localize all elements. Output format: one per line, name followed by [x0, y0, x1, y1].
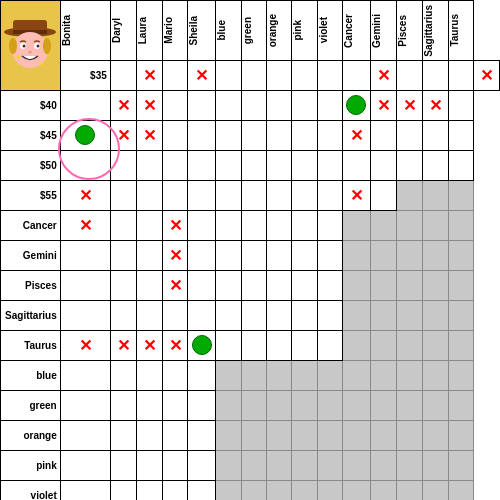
cell-gemini-laura[interactable] [136, 241, 162, 271]
cell-50-mario[interactable] [162, 151, 188, 181]
cell-45-sagittarius[interactable] [422, 121, 448, 151]
cell-gemini-blue[interactable] [216, 241, 241, 271]
cell-green-sheila[interactable] [188, 391, 216, 421]
cell-blue-laura[interactable] [136, 361, 162, 391]
cell-55-daryl[interactable] [110, 181, 136, 211]
cell-35-laura[interactable] [162, 61, 188, 91]
cell-55-sheila[interactable] [188, 181, 216, 211]
cell-pisces-laura[interactable] [136, 271, 162, 301]
cell-50-sagittarius[interactable] [422, 151, 448, 181]
cell-50-pink[interactable] [292, 151, 317, 181]
cell-40-sheila[interactable] [188, 91, 216, 121]
cell-violet-bonita[interactable] [60, 481, 110, 501]
cell-pink-bonita[interactable] [60, 451, 110, 481]
cell-green-laura[interactable] [136, 391, 162, 421]
cell-35-gemini[interactable] [396, 61, 422, 91]
cell-sag-mario[interactable] [162, 301, 188, 331]
cell-45-daryl[interactable]: ✕ [110, 121, 136, 151]
cell-40-blue[interactable] [216, 91, 241, 121]
cell-45-mario[interactable] [162, 121, 188, 151]
cell-sag-pink[interactable] [292, 301, 317, 331]
cell-35-orange[interactable] [292, 61, 317, 91]
cell-gemini-mario[interactable]: ✕ [162, 241, 188, 271]
cell-50-pisces[interactable] [396, 151, 422, 181]
cell-35-pisces[interactable] [422, 61, 448, 91]
cell-taurus-green[interactable] [241, 331, 266, 361]
cell-blue-sheila[interactable] [188, 361, 216, 391]
cell-cancer-blue[interactable] [216, 211, 241, 241]
cell-35-sagittarius[interactable] [448, 61, 473, 91]
cell-35-mario[interactable]: ✕ [188, 61, 216, 91]
cell-cancer-orange[interactable] [266, 211, 291, 241]
cell-45-violet[interactable] [317, 121, 342, 151]
cell-55-gemini[interactable] [370, 181, 396, 211]
cell-pisces-daryl[interactable] [110, 271, 136, 301]
cell-pink-mario[interactable] [162, 451, 188, 481]
cell-40-pisces[interactable]: ✕ [396, 91, 422, 121]
cell-blue-daryl[interactable] [110, 361, 136, 391]
cell-green-bonita[interactable] [60, 391, 110, 421]
cell-sag-bonita[interactable] [60, 301, 110, 331]
cell-40-pink[interactable] [292, 91, 317, 121]
cell-45-green[interactable] [241, 121, 266, 151]
cell-50-blue[interactable] [216, 151, 241, 181]
cell-45-cancer[interactable]: ✕ [343, 121, 371, 151]
cell-violet-mario[interactable] [162, 481, 188, 501]
cell-violet-laura[interactable] [136, 481, 162, 501]
cell-55-cancer[interactable]: ✕ [343, 181, 371, 211]
cell-50-taurus[interactable] [448, 151, 473, 181]
cell-taurus-blue[interactable] [216, 331, 241, 361]
cell-orange-daryl[interactable] [110, 421, 136, 451]
cell-40-daryl[interactable]: ✕ [110, 91, 136, 121]
cell-pink-daryl[interactable] [110, 451, 136, 481]
cell-cancer-sheila[interactable] [188, 211, 216, 241]
cell-cancer-pink[interactable] [292, 211, 317, 241]
cell-45-pisces[interactable] [396, 121, 422, 151]
cell-cancer-laura[interactable] [136, 211, 162, 241]
cell-45-pink[interactable] [292, 121, 317, 151]
cell-blue-bonita[interactable] [60, 361, 110, 391]
cell-45-orange[interactable] [266, 121, 291, 151]
cell-cancer-green[interactable] [241, 211, 266, 241]
cell-sag-violet[interactable] [317, 301, 342, 331]
cell-pisces-orange[interactable] [266, 271, 291, 301]
cell-35-green[interactable] [266, 61, 291, 91]
cell-gemini-daryl[interactable] [110, 241, 136, 271]
cell-35-daryl[interactable]: ✕ [136, 61, 162, 91]
cell-pisces-bonita[interactable] [60, 271, 110, 301]
cell-gemini-bonita[interactable] [60, 241, 110, 271]
cell-pisces-mario[interactable]: ✕ [162, 271, 188, 301]
cell-gemini-orange[interactable] [266, 241, 291, 271]
cell-taurus-bonita[interactable]: ✕ [60, 331, 110, 361]
cell-45-laura[interactable]: ✕ [136, 121, 162, 151]
cell-50-gemini[interactable] [370, 151, 396, 181]
cell-55-violet[interactable] [317, 181, 342, 211]
cell-violet-sheila[interactable] [188, 481, 216, 501]
cell-50-daryl[interactable] [110, 151, 136, 181]
cell-pisces-pink[interactable] [292, 271, 317, 301]
cell-sag-orange[interactable] [266, 301, 291, 331]
cell-orange-sheila[interactable] [188, 421, 216, 451]
cell-green-mario[interactable] [162, 391, 188, 421]
cell-orange-laura[interactable] [136, 421, 162, 451]
cell-40-mario[interactable] [162, 91, 188, 121]
cell-40-green[interactable] [241, 91, 266, 121]
cell-orange-mario[interactable] [162, 421, 188, 451]
cell-50-bonita[interactable] [60, 151, 110, 181]
cell-taurus-violet[interactable] [317, 331, 342, 361]
cell-35-pink[interactable] [317, 61, 342, 91]
cell-55-green[interactable] [241, 181, 266, 211]
cell-35-violet[interactable] [343, 61, 371, 91]
cell-taurus-laura[interactable]: ✕ [136, 331, 162, 361]
cell-35-sheila[interactable] [216, 61, 241, 91]
cell-green-daryl[interactable] [110, 391, 136, 421]
cell-35-taurus[interactable]: ✕ [473, 61, 499, 91]
cell-sag-daryl[interactable] [110, 301, 136, 331]
cell-40-bonita[interactable] [60, 91, 110, 121]
cell-40-laura[interactable]: ✕ [136, 91, 162, 121]
cell-40-orange[interactable] [266, 91, 291, 121]
cell-55-bonita[interactable]: ✕ [60, 181, 110, 211]
cell-sag-green[interactable] [241, 301, 266, 331]
cell-cancer-violet[interactable] [317, 211, 342, 241]
cell-pisces-blue[interactable] [216, 271, 241, 301]
